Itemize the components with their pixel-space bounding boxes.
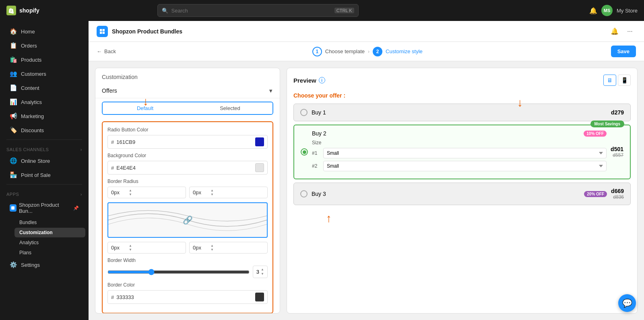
left-panel: Customization Offers ▼ ↓ Default Selecte… (95, 68, 280, 314)
bg-color-field: # (107, 161, 268, 175)
offer-card-buy1: Buy 1 d279 (293, 104, 631, 121)
buy1-radio[interactable] (300, 109, 308, 116)
content-icon: 📄 (10, 84, 17, 91)
sidebar-item-label: Customization (19, 230, 53, 235)
back-button[interactable]: ← Back (97, 48, 116, 54)
chat-button[interactable]: 💬 (618, 294, 636, 312)
sidebar-item-settings[interactable]: ⚙️ Settings (3, 258, 85, 272)
border-radius-input-1[interactable] (111, 189, 127, 195)
save-button[interactable]: Save (611, 46, 636, 57)
preview-box: 🔗 (107, 202, 268, 238)
border-color-label: Border Color (107, 282, 268, 288)
preview-title: Preview i (293, 77, 325, 84)
sidebar-item-plans[interactable]: Plans (14, 248, 85, 258)
svg-rect-1 (100, 29, 102, 31)
sidebar-item-discounts[interactable]: 🏷️ Discounts (3, 123, 85, 137)
radio-color-label: Radio Button Color (107, 127, 268, 133)
size-select-1[interactable]: SmallMediumLarge (323, 148, 607, 158)
tab-default[interactable]: Default (103, 102, 188, 114)
main-layout: 🏠 Home 📋 Orders 🛍️ Products 👥 Customers … (0, 21, 644, 320)
sidebar-item-products[interactable]: 🛍️ Products (3, 53, 85, 66)
spin-down-4[interactable]: ▼ (211, 248, 214, 252)
bg-color-input[interactable] (116, 165, 253, 171)
size-select-2[interactable]: SmallMediumLarge (323, 161, 607, 171)
sidebar-item-label: Marketing (21, 113, 44, 119)
orange-section: Radio Button Color # Background Color # (102, 121, 273, 313)
buy2-content: Buy 2 10% OFF Size #1 SmallMediumLarge (312, 130, 607, 174)
buy2-radio[interactable] (301, 148, 308, 156)
spin-up-1[interactable]: ▲ (129, 189, 132, 193)
spin-up-4[interactable]: ▲ (211, 244, 214, 248)
chevron-right-icon: › (80, 147, 82, 152)
offers-chevron-icon[interactable]: ▼ (268, 88, 273, 94)
buy1-name: Buy 1 (312, 109, 607, 116)
spin-up-3[interactable]: ▲ (129, 244, 132, 248)
spinners-5: ▲ ▼ (261, 268, 264, 276)
sidebar-item-orders[interactable]: 📋 Orders (3, 39, 85, 52)
bottom-radius-input-1[interactable] (111, 245, 127, 251)
sidebar-item-bundles[interactable]: Bundles (14, 218, 85, 227)
marketing-icon: 📢 (10, 112, 17, 120)
sidebar-item-analytics[interactable]: 📊 Analytics (3, 95, 85, 109)
sidebar-item-home[interactable]: 🏠 Home (3, 25, 85, 38)
avatar: MS (601, 5, 613, 16)
border-radius-input-2[interactable] (193, 189, 209, 195)
spin-down-2[interactable]: ▼ (211, 193, 214, 197)
tab-selected[interactable]: Selected (188, 102, 272, 114)
app-header-actions: 🔔 ··· (609, 25, 636, 37)
mobile-view-button[interactable]: 📱 (618, 75, 631, 86)
pos-icon: 🏪 (10, 171, 17, 179)
notification-bell-icon[interactable]: 🔔 (589, 7, 597, 15)
border-color-field: # (107, 290, 268, 304)
home-icon: 🏠 (10, 28, 17, 35)
bottom-radius-input-2[interactable] (193, 245, 209, 251)
border-width-slider[interactable] (107, 269, 250, 275)
content-area: Shopzon Product Bundles 🔔 ··· ← Back 1 C… (89, 21, 644, 320)
sidebar-item-customization[interactable]: Customization (14, 228, 85, 237)
spin-up-2[interactable]: ▲ (211, 189, 214, 193)
sidebar-divider (6, 139, 82, 140)
border-color-swatch[interactable] (255, 293, 264, 301)
search-bar[interactable]: 🔍 CTRL K (157, 4, 359, 17)
spin-down-5[interactable]: ▼ (261, 272, 264, 276)
sidebar-item-shopzon[interactable]: Shopzon Product Bun... 📌 (3, 199, 85, 217)
sidebar-item-customers[interactable]: 👥 Customers (3, 67, 85, 81)
sidebar-item-analytics-sub[interactable]: Analytics (14, 238, 85, 247)
spin-down-1[interactable]: ▼ (129, 193, 132, 197)
sidebar-item-label: Plans (19, 250, 31, 256)
back-label: Back (104, 48, 116, 54)
bg-color-swatch[interactable] (255, 163, 264, 172)
border-radius-label: Border Radius (107, 179, 268, 184)
sidebar-item-content[interactable]: 📄 Content (3, 81, 85, 95)
search-input[interactable] (171, 8, 331, 14)
border-width-value: 3 ▲ ▼ (253, 266, 268, 278)
tab-row: Default Selected (102, 102, 273, 115)
info-icon[interactable]: i (319, 77, 325, 83)
notification-icon[interactable]: 🔔 (609, 25, 621, 37)
chevron-right-icon-2: › (80, 192, 82, 197)
shopify-text: shopify (19, 7, 39, 14)
border-width-number: 3 (256, 269, 259, 275)
sidebar-item-label: Analytics (19, 240, 39, 245)
desktop-view-button[interactable]: 🖥 (603, 75, 616, 86)
radio-color-input[interactable] (116, 139, 253, 145)
svg-rect-2 (103, 29, 105, 31)
buy2-name: Buy 2 (312, 130, 580, 137)
chat-icon: 💬 (622, 298, 632, 308)
radio-color-swatch[interactable] (255, 137, 264, 146)
border-radius-row: ▲ ▼ ▲ ▼ (107, 187, 268, 198)
sidebar-item-online-store[interactable]: 🌐 Online Store (3, 154, 85, 168)
size-label: Size (312, 140, 607, 145)
offers-header: Offers ▼ (95, 83, 280, 98)
view-toggle: 🖥 📱 (603, 75, 631, 86)
sidebar-item-label: Discounts (21, 127, 44, 133)
more-options-icon[interactable]: ··· (624, 25, 636, 37)
buy3-radio[interactable] (300, 190, 308, 197)
spin-up-5[interactable]: ▲ (261, 268, 264, 272)
sidebar-item-marketing[interactable]: 📢 Marketing (3, 109, 85, 123)
border-color-input[interactable] (116, 294, 253, 300)
customers-icon: 👥 (10, 70, 17, 77)
spin-down-3[interactable]: ▼ (129, 248, 132, 252)
sidebar-item-point-of-sale[interactable]: 🏪 Point of Sale (3, 168, 85, 182)
size-row-2: #2 SmallMediumLarge (312, 161, 607, 171)
